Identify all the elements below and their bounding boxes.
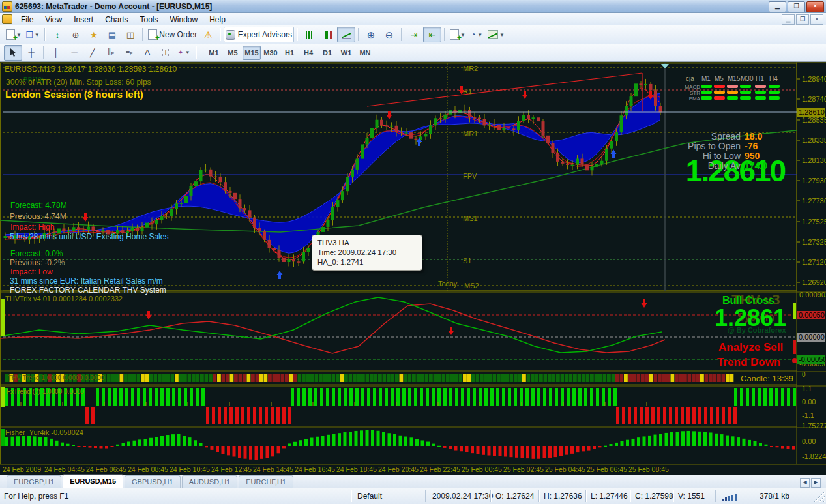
timeframe-h1-button[interactable]: H1 <box>280 46 299 60</box>
fibonacci-icon: ≡F <box>126 47 133 58</box>
tab-scroll-left-button[interactable]: ◀ <box>800 478 810 488</box>
new-chart-button[interactable]: ▼ <box>4 27 23 42</box>
status-traffic: 378/1 kb <box>760 492 789 501</box>
stat-label: Spread <box>675 131 741 141</box>
menu-file[interactable]: File <box>15 14 39 25</box>
tab-eurgbph1[interactable]: EURGBP,H1 <box>7 475 61 488</box>
profiles-icon: ❒ <box>25 31 33 39</box>
zoom-in-button[interactable]: ⊕ <box>362 27 380 42</box>
trix-price-signal: 1.2861 <box>715 304 786 332</box>
status-profile[interactable]: Default <box>357 492 382 501</box>
timeframe-m30-button[interactable]: M30 <box>261 46 280 60</box>
menu-help[interactable]: Help <box>203 14 231 25</box>
trix-level-tag: 0.00050 <box>797 311 825 319</box>
child-minimize-button[interactable]: ▁ <box>782 14 795 25</box>
arrows-button[interactable]: ✦▼ <box>175 45 193 61</box>
candlestick-chart-button[interactable] <box>319 27 337 42</box>
expert-advisors-button[interactable]: Expert Advisors <box>224 27 294 42</box>
periods-button[interactable]: ◔▼ <box>467 27 486 42</box>
channel-button[interactable]: ∥E <box>102 45 120 61</box>
menu-insert[interactable]: Insert <box>68 14 99 25</box>
close-button[interactable]: × <box>806 1 824 12</box>
tab-gbpusdh1[interactable]: GBPUSD,H1 <box>125 475 181 488</box>
menu-tools[interactable]: Tools <box>134 14 164 25</box>
zoom-out-button[interactable]: ⊖ <box>380 27 398 42</box>
news-forecast-1: Forecast: 4.78M <box>10 201 67 210</box>
timeframe-mn-button[interactable]: MN <box>356 46 374 60</box>
child-close-button[interactable]: × <box>810 14 823 25</box>
vertical-line-button[interactable]: │ <box>47 45 65 61</box>
timeframe-m15-button[interactable]: M15 <box>243 46 261 60</box>
horizontal-line-button[interactable]: ─ <box>65 45 83 61</box>
metatrader-window: 625693: MetaTrader - Demo Account - [EUR… <box>0 0 826 504</box>
menu-view[interactable]: View <box>39 14 68 25</box>
chart-area[interactable]: EURUSD,M15 1.28617 1.28636 1.28593 1.286… <box>0 62 826 475</box>
line-chart-icon <box>342 31 351 39</box>
auto-scroll-button[interactable]: ⇥ <box>405 27 423 42</box>
news-calendar-footer: FOREX FACTORY CALENDAR THV System <box>10 286 166 295</box>
templates-button[interactable]: ▼ <box>486 27 507 42</box>
menu-charts[interactable]: Charts <box>99 14 134 25</box>
favorites-button[interactable]: ★ <box>85 27 103 42</box>
zoom-out-icon: ⊖ <box>385 31 394 39</box>
fisher-tick: 0.00 <box>802 437 816 445</box>
chart-tabs-bar: EURGBP,H1EURUSD,M15GBPUSD,H1AUDUSD,H1EUR… <box>0 475 826 488</box>
timeframe-w1-button[interactable]: W1 <box>337 46 355 60</box>
crosshair-tool-button[interactable]: ⊕ <box>66 27 85 42</box>
bar-chart-button[interactable] <box>301 27 319 42</box>
tab-eurchfh1[interactable]: EURCHF,H1 <box>239 475 293 488</box>
data-window-button[interactable]: ◫ <box>121 27 140 42</box>
tick-chart-icon: ↕ <box>55 31 60 39</box>
dash-cell <box>755 96 766 100</box>
indicators-button[interactable]: ▼ <box>448 27 467 42</box>
clock-icon: ◔ <box>471 31 476 39</box>
time-tick: 24 Feb 06:45 <box>86 466 126 473</box>
fisher-label: Fisher_Yur4ik -0.058024 <box>5 428 83 436</box>
profiles-button[interactable]: ❒▼ <box>23 27 42 42</box>
market-watch-button[interactable]: ▤ <box>103 27 121 42</box>
cursor-icon <box>9 48 17 57</box>
timeframe-m1-button[interactable]: M1 <box>205 46 223 60</box>
child-restore-button[interactable]: ❒ <box>796 14 809 25</box>
tab-scroll-right-button[interactable]: ▶ <box>811 478 821 488</box>
timeframe-d1-button[interactable]: D1 <box>318 46 336 60</box>
crosshair-button[interactable]: ┼ <box>22 45 40 61</box>
price-tick: 1.28740 <box>802 95 826 103</box>
line-chart-button[interactable] <box>337 27 355 42</box>
status-low: L: 1.27446 <box>591 492 628 501</box>
price-tick: 1.26920 <box>802 278 826 286</box>
news-previous-1: Previous: 4.74M <box>10 212 66 221</box>
time-tick: 25 Feb 00:45 <box>462 466 502 473</box>
status-datetime: 2009.02.24 17:30 <box>432 492 493 501</box>
status-help: For Help, press F1 <box>4 492 68 501</box>
line-studies-toolbar: ┼ │ ─ ╱ ∥E ≡F A T ✦▼ M1M5M15M30H1H4D1W1M… <box>0 44 826 62</box>
dash-cell <box>714 96 725 100</box>
new-order-button[interactable]: New Order <box>146 27 199 42</box>
pivot-label-s1: S1 <box>463 257 471 265</box>
alert-button[interactable]: ⚠ <box>199 27 217 42</box>
cursor-button[interactable] <box>4 45 22 61</box>
time-tick: 24 Feb 04:45 <box>44 466 85 473</box>
trix-label: THVTrix v4.01 0.0001284 0.0002332 <box>5 295 123 303</box>
tab-eurusdm15[interactable]: EURUSD,M15 <box>63 474 123 488</box>
analyze-signal: Analyze Sell <box>718 341 783 354</box>
status-open: O: 1.27624 <box>495 492 534 501</box>
tick-chart-button[interactable]: ↕ <box>48 27 66 42</box>
chart-shift-button[interactable]: ⇤ <box>423 27 441 42</box>
pivot-label-mr1: MR1 <box>463 130 478 138</box>
text-label-button[interactable]: T <box>156 45 175 61</box>
time-tick: 24 Feb 10:45 <box>170 466 210 473</box>
restore-button[interactable]: ❒ <box>788 1 805 12</box>
tab-audusdh1[interactable]: AUDUSD,H1 <box>182 475 238 488</box>
text-button[interactable]: A <box>138 45 156 61</box>
news-impact-1: Impact: High <box>10 222 54 231</box>
minimize-button[interactable]: ▁ <box>769 1 786 12</box>
status-bar: For Help, press F1 Default 2009.02.24 17… <box>0 488 826 504</box>
trendline-button[interactable]: ╱ <box>83 45 102 61</box>
menu-window[interactable]: Window <box>164 14 204 25</box>
timeframe-h4-button[interactable]: H4 <box>299 46 317 60</box>
trix-level-tag: -0.00050 <box>797 355 825 364</box>
timeframe-m5-button[interactable]: M5 <box>224 46 242 60</box>
candlestick-icon <box>324 31 332 39</box>
fibonacci-button[interactable]: ≡F <box>120 45 138 61</box>
